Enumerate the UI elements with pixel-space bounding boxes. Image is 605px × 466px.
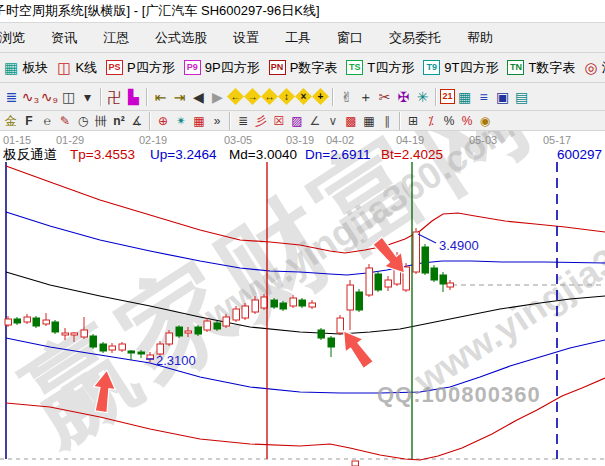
hand-tool-icon[interactable]: ✌ [337, 86, 356, 107]
pen-measure-icon[interactable]: ✎ [56, 113, 74, 129]
square-grid-icon[interactable]: ▦ [190, 113, 208, 129]
percent-levels-icon[interactable]: % [458, 113, 476, 129]
time-cycle-icon[interactable]: ◷ [74, 113, 92, 129]
fan-lines-icon[interactable]: 彡 [252, 113, 270, 129]
menu-item-0[interactable]: 浏览 [0, 29, 38, 47]
toolbar-icons: ≣∿₃∿₉◫▾卍▙⇤⇥◀▶←→↔↕×+✌＋✂✠✳21▦≡▣▤ [0, 83, 605, 111]
kline-button[interactable]: ◫K线 [57, 59, 97, 77]
target-circle-icon[interactable]: ⊕ [154, 113, 172, 129]
snip-icon[interactable]: ✂ [375, 86, 394, 107]
sector-button[interactable]: ▦板块 [4, 59, 48, 77]
candle-body [299, 300, 306, 306]
percent-angle-icon[interactable]: ⁒ [422, 113, 440, 129]
candle-body [195, 327, 202, 334]
report-icon[interactable]: ≡ [474, 86, 493, 107]
t9-square-button[interactable]: T99T四方形 [423, 59, 498, 77]
menu-item-2[interactable]: 江恩 [90, 29, 142, 47]
shift-right-icon[interactable]: → [244, 88, 261, 105]
candle-body [309, 303, 316, 307]
candle-body [185, 331, 192, 333]
spider-web-icon[interactable]: ✴ [172, 113, 190, 129]
gann-wheel-label: 江恩轮 [601, 59, 605, 77]
first-bar-icon[interactable]: ⇤ [151, 86, 170, 107]
candle-style-icon[interactable]: ◫ [59, 86, 78, 107]
title-bar: 子时空周期系统[纵横版] - [广汇汽车 SH600297-96日K线] [0, 0, 605, 23]
scale-ruler-icon[interactable]: ⊞ [404, 113, 422, 129]
black-grid-icon[interactable]: ▦ [360, 113, 378, 129]
date-label-6: 04-02 [326, 134, 354, 146]
next-screen-icon[interactable]: ▶ [208, 86, 227, 107]
shift-vert-icon[interactable]: ↕ [278, 88, 295, 105]
crosshair-icon[interactable]: ＋ [356, 86, 375, 107]
calendar-icon[interactable]: 21 [440, 89, 455, 104]
box-cross-icon[interactable]: ☒ [270, 113, 288, 129]
menu-item-4[interactable]: 设置 [220, 29, 272, 47]
chart-panel[interactable]: 赢家财富网www.yingjia360.comwww.yingjia360.co… [0, 131, 605, 466]
menu-item-3[interactable]: 公式选股 [142, 29, 220, 47]
candle-body [271, 300, 278, 307]
toolbar-separator [229, 112, 231, 130]
sector-icon: ▦ [4, 60, 18, 75]
calculator-icon[interactable]: ▦ [455, 86, 474, 107]
shift-left-icon[interactable]: ← [227, 88, 244, 105]
expand-more-icon[interactable]: » [208, 113, 226, 129]
t-square-button[interactable]: TST四方形 [346, 59, 414, 77]
toolbar-separator [100, 88, 102, 106]
save-icon[interactable]: ▣ [493, 86, 512, 107]
coin-icon[interactable]: ◉ [476, 113, 494, 129]
t-table-icon: TN [507, 60, 524, 75]
hatch-box-icon[interactable]: ▨ [288, 113, 306, 129]
news-doc-icon[interactable]: ≣ [2, 86, 21, 107]
price-leader-1 [418, 234, 436, 243]
bars-count-icon[interactable]: 卌 [92, 113, 110, 129]
spiral-icon[interactable]: ℮ [38, 113, 56, 129]
p9-square-label: 9P四方形 [205, 59, 260, 77]
gann-frame-icon[interactable]: ✠ [394, 86, 413, 107]
last-bar-icon[interactable]: ⇥ [170, 86, 189, 107]
toolbar-separator [399, 112, 401, 130]
candle-body [290, 298, 297, 306]
menu-item-7[interactable]: 交易委托 [376, 29, 454, 47]
indicator-value-1: Tp=3.4553 [70, 147, 135, 162]
angle-fan-icon[interactable]: ∠ [306, 113, 324, 129]
cycle-icon[interactable]: ✳ [413, 86, 432, 107]
fibonacci-icon[interactable]: F [20, 113, 38, 129]
wave-9-icon[interactable]: ∿₉ [40, 86, 59, 107]
gold-ratio-icon[interactable]: 金 [2, 113, 20, 129]
prev-screen-icon[interactable]: ◀ [189, 86, 208, 107]
candle-body [385, 280, 392, 287]
p-table-button[interactable]: PNP数字表 [269, 59, 338, 77]
zigzag-icon[interactable]: ∨ [324, 113, 342, 129]
zoom-out-icon[interactable]: × [295, 88, 312, 105]
wave-3-icon[interactable]: ∿₃ [21, 86, 40, 107]
dropdown-arrow-icon[interactable]: ▾ [78, 86, 97, 107]
menu-item-8[interactable]: 帮助 [454, 29, 506, 47]
price-ruler-icon[interactable]: ≣ [234, 113, 252, 129]
menu-item-5[interactable]: 工具 [272, 29, 324, 47]
red-grid-icon[interactable]: ▩ [342, 113, 360, 129]
percent-icon[interactable]: % [440, 113, 458, 129]
gann-wheel-button[interactable]: ◎江恩轮 [584, 59, 605, 77]
shift-both-icon[interactable]: ↔ [261, 88, 278, 105]
candle-body [375, 274, 382, 290]
candle-body [447, 283, 454, 287]
candle-body [318, 330, 325, 338]
monitor-icon[interactable]: ▤ [512, 86, 531, 107]
n-square-icon[interactable]: n² [110, 113, 128, 129]
pattern-icon[interactable]: 卍 [105, 86, 124, 107]
volume-chart-icon[interactable]: ▙ [124, 86, 143, 107]
toolbar-separator [435, 88, 437, 106]
angle-tool-icon[interactable]: ∡ [128, 113, 146, 129]
menu-item-1[interactable]: 资讯 [38, 29, 90, 47]
candle-body [233, 309, 240, 320]
p9-square-button[interactable]: P99P四方形 [184, 59, 260, 77]
menu-item-6[interactable]: 窗口 [324, 29, 376, 47]
zoom-in-icon[interactable]: + [312, 88, 329, 105]
menu-bar: 浏览资讯江恩公式选股设置工具窗口交易委托帮助 [0, 23, 605, 53]
t-table-button[interactable]: TNT数字表 [507, 59, 575, 77]
parallel-channel-icon[interactable]: ∥ [378, 113, 396, 129]
date-label-9: 05-17 [543, 134, 571, 146]
p-square-button[interactable]: PSP四方形 [106, 59, 175, 77]
candle-body [33, 318, 40, 326]
candle-body [431, 268, 438, 280]
